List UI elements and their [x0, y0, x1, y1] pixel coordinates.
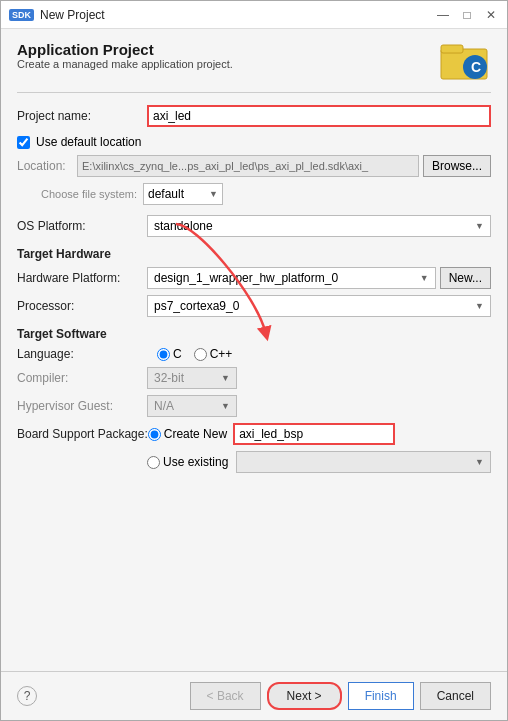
- target-software-section: Target Software Language: C C++ Com: [17, 327, 491, 473]
- bsp-create-new-radio[interactable]: [148, 428, 161, 441]
- compiler-dropdown-arrow: ▼: [221, 373, 230, 383]
- hypervisor-row: Hypervisor Guest: N/A ▼: [17, 395, 491, 417]
- project-name-label: Project name:: [17, 109, 147, 123]
- compiler-label: Compiler:: [17, 371, 147, 385]
- sdk-badge: SDK: [9, 9, 34, 21]
- page-subtitle: Create a managed make application projec…: [17, 58, 233, 70]
- svg-text:C: C: [471, 59, 481, 75]
- language-c-option[interactable]: C: [157, 347, 182, 361]
- page-header: Application Project Create a managed mak…: [17, 41, 491, 88]
- hypervisor-label: Hypervisor Guest:: [17, 399, 147, 413]
- use-default-location-label: Use default location: [36, 135, 141, 149]
- bsp-options: Create New: [148, 423, 395, 445]
- processor-label: Processor:: [17, 299, 147, 313]
- os-platform-value: standalone: [154, 219, 213, 233]
- target-software-label: Target Software: [17, 327, 491, 341]
- language-label: Language:: [17, 347, 147, 361]
- language-c-label: C: [173, 347, 182, 361]
- os-platform-dropdown[interactable]: standalone ▼: [147, 215, 491, 237]
- back-button[interactable]: < Back: [190, 682, 261, 710]
- language-row: Language: C C++: [17, 347, 491, 361]
- titlebar: SDK New Project — □ ✕: [1, 1, 507, 29]
- hypervisor-value: N/A: [154, 399, 174, 413]
- filesystem-label: Choose file system:: [17, 188, 137, 200]
- finish-button[interactable]: Finish: [348, 682, 414, 710]
- compiler-row: Compiler: 32-bit ▼: [17, 367, 491, 389]
- hypervisor-dropdown-arrow: ▼: [221, 401, 230, 411]
- page-title: Application Project: [17, 41, 233, 58]
- page-content: Application Project Create a managed mak…: [1, 29, 507, 671]
- location-row: Location: Browse...: [17, 155, 491, 177]
- os-platform-row: OS Platform: standalone ▼: [17, 215, 491, 237]
- titlebar-left: SDK New Project: [9, 8, 105, 22]
- section-divider: [17, 92, 491, 93]
- hardware-platform-dropdown[interactable]: design_1_wrapper_hw_platform_0 ▼: [147, 267, 436, 289]
- target-hardware-label: Target Hardware: [17, 247, 491, 261]
- compiler-dropdown[interactable]: 32-bit ▼: [147, 367, 237, 389]
- minimize-button[interactable]: —: [435, 7, 451, 23]
- use-default-location-checkbox[interactable]: [17, 136, 30, 149]
- processor-dropdown[interactable]: ps7_cortexa9_0 ▼: [147, 295, 491, 317]
- close-button[interactable]: ✕: [483, 7, 499, 23]
- location-input[interactable]: [77, 155, 419, 177]
- os-platform-label: OS Platform:: [17, 219, 147, 233]
- header-text: Application Project Create a managed mak…: [17, 41, 233, 86]
- use-default-location-row: Use default location: [17, 135, 491, 149]
- language-cpp-radio[interactable]: [194, 348, 207, 361]
- bsp-use-existing-dropdown[interactable]: ▼: [236, 451, 491, 473]
- window-title: New Project: [40, 8, 105, 22]
- os-platform-dropdown-arrow: ▼: [475, 221, 484, 231]
- hw-dropdown-arrow: ▼: [420, 273, 429, 283]
- hypervisor-dropdown[interactable]: N/A ▼: [147, 395, 237, 417]
- language-cpp-option[interactable]: C++: [194, 347, 233, 361]
- footer: ? < Back Next > Finish Cancel: [1, 671, 507, 720]
- bsp-label: Board Support Package:: [17, 427, 148, 441]
- bsp-create-new-label: Create New: [164, 427, 227, 441]
- bsp-use-existing-radio[interactable]: [147, 456, 160, 469]
- bsp-use-existing-option[interactable]: Use existing: [147, 455, 228, 469]
- bsp-name-input[interactable]: [233, 423, 395, 445]
- language-radio-group: C C++: [157, 347, 232, 361]
- bsp-create-new-option[interactable]: Create New: [148, 427, 227, 441]
- browse-button[interactable]: Browse...: [423, 155, 491, 177]
- language-cpp-label: C++: [210, 347, 233, 361]
- svg-rect-1: [441, 45, 463, 53]
- help-button[interactable]: ?: [17, 686, 37, 706]
- cancel-button[interactable]: Cancel: [420, 682, 491, 710]
- target-hardware-section: Target Hardware Hardware Platform: desig…: [17, 247, 491, 317]
- footer-buttons: < Back Next > Finish Cancel: [190, 682, 491, 710]
- maximize-button[interactable]: □: [459, 7, 475, 23]
- filesystem-row: Choose file system: default ▼: [17, 183, 491, 205]
- next-button[interactable]: Next >: [267, 682, 342, 710]
- filesystem-value: default: [148, 187, 184, 201]
- project-name-row: Project name:: [17, 105, 491, 127]
- titlebar-controls: — □ ✕: [435, 7, 499, 23]
- bsp-row: Board Support Package: Create New: [17, 423, 491, 445]
- use-existing-row: Use existing ▼: [147, 451, 491, 473]
- location-label: Location:: [17, 159, 77, 173]
- page-icon: C: [439, 37, 491, 88]
- compiler-value: 32-bit: [154, 371, 184, 385]
- processor-dropdown-arrow: ▼: [475, 301, 484, 311]
- filesystem-dropdown[interactable]: default ▼: [143, 183, 223, 205]
- use-existing-dropdown-arrow: ▼: [475, 457, 484, 467]
- bsp-use-existing-label: Use existing: [163, 455, 228, 469]
- hardware-platform-label: Hardware Platform:: [17, 271, 147, 285]
- processor-row: Processor: ps7_cortexa9_0 ▼: [17, 295, 491, 317]
- new-hw-button[interactable]: New...: [440, 267, 491, 289]
- filesystem-dropdown-arrow: ▼: [209, 189, 218, 199]
- language-c-radio[interactable]: [157, 348, 170, 361]
- processor-value: ps7_cortexa9_0: [154, 299, 239, 313]
- new-project-window: SDK New Project — □ ✕ Application Projec…: [0, 0, 508, 721]
- project-name-input[interactable]: [147, 105, 491, 127]
- hardware-platform-value: design_1_wrapper_hw_platform_0: [154, 271, 338, 285]
- hardware-platform-row: Hardware Platform: design_1_wrapper_hw_p…: [17, 267, 491, 289]
